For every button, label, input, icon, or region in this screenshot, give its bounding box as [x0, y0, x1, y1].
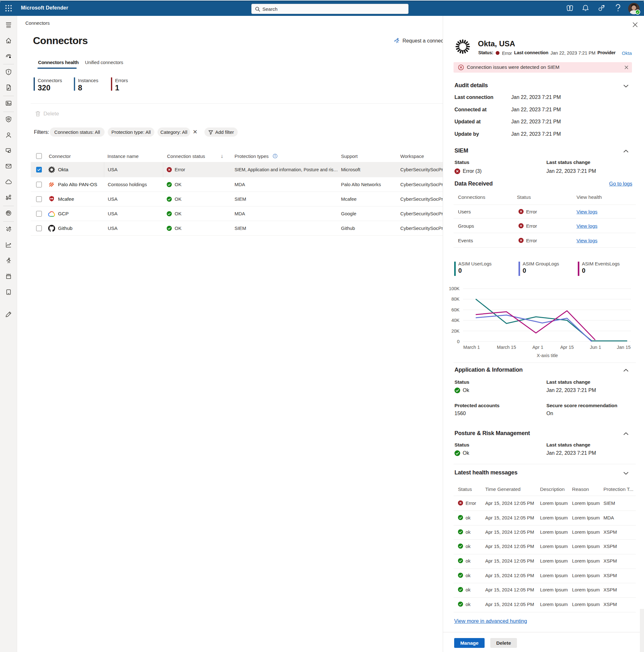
- svg-text:March 15: March 15: [497, 345, 516, 350]
- svg-text:Jan 15: Jan 15: [617, 345, 631, 350]
- svg-text:March 1: March 1: [464, 345, 480, 350]
- svg-text:Apr 15: Apr 15: [560, 345, 574, 350]
- svg-text:0: 0: [457, 339, 459, 344]
- svg-text:Jun 1: Jun 1: [590, 345, 601, 350]
- svg-text:Apr 1: Apr 1: [532, 345, 543, 350]
- svg-text:60K: 60K: [451, 307, 459, 313]
- svg-text:80K: 80K: [451, 297, 459, 302]
- svg-text:100K: 100K: [449, 286, 459, 291]
- svg-text:20K: 20K: [451, 329, 459, 334]
- svg-text:X-axis title: X-axis title: [537, 353, 558, 358]
- svg-text:40K: 40K: [451, 318, 459, 323]
